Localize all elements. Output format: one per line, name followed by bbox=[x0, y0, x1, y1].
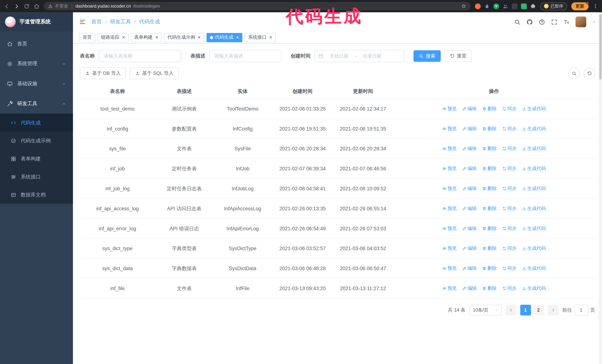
generate-link[interactable]: 生成代码 bbox=[522, 265, 546, 272]
sync-link[interactable]: 同步 bbox=[502, 285, 516, 291]
search-button[interactable]: 搜索 bbox=[413, 50, 441, 62]
edit-link[interactable]: 编辑 bbox=[462, 225, 477, 232]
close-icon[interactable]: × bbox=[198, 35, 201, 40]
edit-link[interactable]: 编辑 bbox=[462, 265, 477, 272]
sync-link[interactable]: 同步 bbox=[502, 165, 516, 172]
bookmark-star-icon[interactable] bbox=[461, 3, 466, 9]
scrollbar[interactable] bbox=[599, 12, 602, 364]
edit-link[interactable]: 编辑 bbox=[462, 185, 477, 192]
sidebar-subitem-codegen-example[interactable]: 代码生成示例 bbox=[0, 132, 73, 150]
help-icon[interactable] bbox=[539, 19, 545, 25]
chrome-update-button[interactable]: 更新 bbox=[571, 2, 589, 10]
goto-page-input[interactable] bbox=[574, 305, 588, 315]
breadcrumb-item[interactable]: 代码生成 bbox=[139, 18, 160, 25]
generate-link[interactable]: 生成代码 bbox=[522, 185, 546, 192]
extension-icon[interactable] bbox=[503, 3, 508, 9]
generate-link[interactable]: 生成代码 bbox=[522, 165, 546, 172]
url-bar[interactable]: 不安全 dashboard.yudao.iocoder.cn /tool/cod… bbox=[44, 2, 471, 10]
generate-link[interactable]: 生成代码 bbox=[522, 205, 546, 212]
generate-link[interactable]: 生成代码 bbox=[522, 105, 546, 112]
table-desc-input[interactable] bbox=[209, 50, 281, 62]
sidebar-subitem-codegen[interactable]: 代码生成 bbox=[0, 114, 73, 132]
sidebar-item-home[interactable]: 首页 bbox=[0, 34, 73, 54]
preview-link[interactable]: 预览 bbox=[442, 105, 457, 112]
date-range-picker[interactable]: - bbox=[314, 50, 404, 62]
import-db-button[interactable]: 基于 DB 导入 bbox=[80, 68, 126, 79]
sync-link[interactable]: 同步 bbox=[502, 146, 516, 152]
app-logo[interactable]: 芋道管理系统 bbox=[0, 12, 73, 31]
edit-link[interactable]: 编辑 bbox=[462, 125, 477, 132]
close-icon[interactable]: × bbox=[236, 35, 239, 40]
sync-link[interactable]: 同步 bbox=[502, 205, 516, 212]
sync-link[interactable]: 同步 bbox=[502, 125, 516, 132]
next-page-button[interactable] bbox=[548, 305, 559, 315]
tab-home[interactable]: 首页 bbox=[79, 33, 95, 42]
extension-icon[interactable] bbox=[484, 3, 490, 9]
generate-link[interactable]: 生成代码 bbox=[522, 225, 546, 232]
edit-link[interactable]: 编辑 bbox=[462, 105, 477, 112]
delete-link[interactable]: 删除 bbox=[482, 205, 497, 212]
tab-codegen[interactable]: 代码生成 × bbox=[206, 33, 242, 42]
generate-link[interactable]: 生成代码 bbox=[522, 245, 546, 252]
profile-paused-badge[interactable]: 已暂停 bbox=[540, 2, 567, 10]
chrome-menu-icon[interactable] bbox=[593, 3, 598, 9]
page-button-1[interactable]: 1 bbox=[520, 305, 531, 315]
page-size-select[interactable]: 10条/页 bbox=[469, 305, 502, 315]
preview-link[interactable]: 预览 bbox=[442, 205, 457, 212]
close-icon[interactable]: × bbox=[155, 35, 158, 40]
table-name-input[interactable] bbox=[99, 50, 181, 62]
preview-link[interactable]: 预览 bbox=[442, 285, 457, 291]
preview-link[interactable]: 预览 bbox=[442, 265, 457, 272]
preview-link[interactable]: 预览 bbox=[442, 146, 457, 152]
close-icon[interactable]: × bbox=[122, 35, 125, 40]
sidebar-item-infra[interactable]: 基础设施 bbox=[0, 74, 73, 94]
delete-link[interactable]: 删除 bbox=[482, 265, 497, 272]
import-sql-button[interactable]: 基于 SQL 导入 bbox=[130, 68, 179, 79]
delete-link[interactable]: 删除 bbox=[482, 245, 497, 252]
page-button-2[interactable]: 2 bbox=[533, 305, 544, 315]
delete-link[interactable]: 删除 bbox=[482, 105, 497, 112]
delete-link[interactable]: 删除 bbox=[482, 125, 497, 132]
edit-link[interactable]: 编辑 bbox=[462, 205, 477, 212]
sidebar-item-dev-tools[interactable]: 研发工具 bbox=[0, 94, 73, 114]
prev-page-button[interactable] bbox=[505, 305, 516, 315]
sidebar-subitem-form-builder[interactable]: 表单构建 bbox=[0, 150, 73, 167]
breadcrumb-item[interactable]: 研发工具 bbox=[110, 18, 131, 25]
preview-link[interactable]: 预览 bbox=[442, 185, 457, 192]
extension-icon[interactable]: V bbox=[493, 3, 499, 9]
font-size-icon[interactable] bbox=[563, 19, 570, 25]
browser-home-icon[interactable] bbox=[34, 3, 39, 9]
tab-codegen-example[interactable]: 代码生成示例 × bbox=[164, 33, 204, 42]
edit-link[interactable]: 编辑 bbox=[462, 146, 477, 152]
generate-link[interactable]: 生成代码 bbox=[522, 125, 546, 132]
sidebar-item-system[interactable]: 系统管理 bbox=[0, 54, 73, 74]
fullscreen-icon[interactable] bbox=[551, 19, 557, 25]
forward-icon[interactable] bbox=[14, 3, 20, 9]
chevron-down-icon[interactable] bbox=[592, 20, 596, 24]
edit-link[interactable]: 编辑 bbox=[462, 245, 477, 252]
preview-link[interactable]: 预览 bbox=[442, 165, 457, 172]
sidebar-subitem-db-doc[interactable]: 数据库文档 bbox=[0, 186, 73, 204]
delete-link[interactable]: 删除 bbox=[482, 285, 497, 291]
scrollbar-thumb[interactable] bbox=[599, 14, 601, 79]
extension-icon[interactable] bbox=[475, 3, 481, 9]
sync-link[interactable]: 同步 bbox=[502, 105, 516, 112]
breadcrumb-item[interactable]: 首页 bbox=[91, 18, 102, 25]
sync-link[interactable]: 同步 bbox=[502, 225, 516, 232]
toggle-search-button[interactable] bbox=[568, 68, 580, 79]
delete-link[interactable]: 删除 bbox=[482, 146, 497, 152]
sync-link[interactable]: 同步 bbox=[502, 245, 516, 252]
user-avatar[interactable] bbox=[576, 16, 586, 27]
sidebar-toggle-icon[interactable] bbox=[79, 18, 86, 25]
refresh-table-button[interactable] bbox=[584, 68, 595, 79]
preview-link[interactable]: 预览 bbox=[442, 245, 457, 252]
close-icon[interactable]: × bbox=[269, 35, 272, 40]
start-date-input[interactable] bbox=[325, 53, 353, 59]
preview-link[interactable]: 预览 bbox=[442, 125, 457, 132]
back-icon[interactable] bbox=[4, 3, 10, 9]
edit-link[interactable]: 编辑 bbox=[462, 165, 477, 172]
search-icon[interactable] bbox=[514, 19, 520, 25]
sidebar-subitem-api[interactable]: 系统接口 bbox=[0, 168, 73, 186]
reset-button[interactable]: 重置 bbox=[445, 50, 472, 62]
delete-link[interactable]: 删除 bbox=[482, 185, 497, 192]
